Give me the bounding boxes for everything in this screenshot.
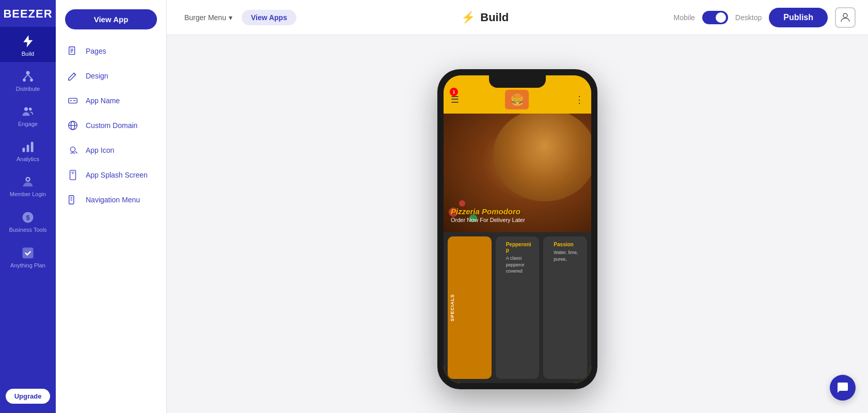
burger-menu-button[interactable]: Burger Menu ▾ bbox=[179, 10, 238, 25]
topbar-lightning-icon: ⚡ bbox=[461, 11, 475, 24]
view-apps-button[interactable]: View Apps bbox=[242, 10, 296, 25]
app-name-icon bbox=[67, 95, 78, 106]
topbar-left: Burger Menu ▾ View Apps bbox=[179, 10, 296, 25]
topbar-desktop-label: Desktop bbox=[735, 13, 762, 22]
app-card-specials: specials bbox=[448, 236, 492, 379]
sidebar-item-anything-plan[interactable]: Anything Plan bbox=[0, 239, 56, 274]
svg-rect-27 bbox=[70, 170, 76, 180]
phone-screen: 1 ☰ 🍔 ⋮ Pizzeria Pomodoro bbox=[444, 75, 591, 383]
svg-line-3 bbox=[24, 75, 28, 79]
sidebar-item-distribute-label: Distribute bbox=[16, 86, 40, 92]
burger-menu-label: Burger Menu bbox=[184, 13, 226, 22]
splash-icon bbox=[67, 169, 78, 181]
passion-name: Passion bbox=[547, 242, 583, 247]
panel-item-app-icon-label: App Icon bbox=[86, 146, 114, 154]
panel-item-custom-domain-label: Custom Domain bbox=[86, 121, 137, 130]
design-icon bbox=[67, 70, 78, 82]
svg-point-34 bbox=[843, 13, 847, 18]
sidebar-item-distribute[interactable]: Distribute bbox=[0, 62, 56, 97]
view-app-button[interactable]: View App bbox=[65, 9, 157, 29]
upgrade-button[interactable]: Upgrade bbox=[6, 389, 50, 404]
topbar-right: Mobile Desktop Publish bbox=[674, 7, 856, 28]
topbar-mobile-label: Mobile bbox=[674, 13, 695, 22]
pages-icon bbox=[67, 45, 78, 57]
svg-rect-30 bbox=[69, 196, 74, 204]
engage-icon bbox=[21, 104, 35, 119]
toggle-knob bbox=[716, 12, 726, 23]
app-hero: Pizzeria Pomodoro Order Now For Delivery… bbox=[444, 114, 591, 232]
pizza-visual bbox=[493, 114, 591, 201]
nav-menu-icon bbox=[67, 194, 78, 205]
sidebar-item-member-login[interactable]: Member Login bbox=[0, 167, 56, 203]
logo: BEEZER bbox=[0, 0, 56, 27]
pepperoni-desc: A classi pepperor covered bbox=[500, 255, 535, 275]
svg-point-26 bbox=[70, 147, 75, 152]
panel-item-custom-domain[interactable]: Custom Domain bbox=[56, 113, 166, 138]
svg-rect-8 bbox=[27, 145, 29, 152]
chevron-down-icon: ▾ bbox=[229, 13, 232, 22]
svg-point-11 bbox=[27, 178, 29, 181]
sidebar-item-build[interactable]: Build bbox=[0, 27, 56, 62]
svg-rect-7 bbox=[23, 148, 25, 152]
sidebar-item-analytics[interactable]: Analytics bbox=[0, 132, 56, 167]
pepperoni-name: Pepperoni p bbox=[500, 242, 535, 253]
user-icon bbox=[839, 11, 851, 24]
sidebar-item-engage[interactable]: Engage bbox=[0, 97, 56, 132]
passion-desc: Water, lime, puree, bbox=[547, 249, 583, 262]
lightning-icon bbox=[21, 34, 35, 49]
sidebar-item-member-login-label: Member Login bbox=[10, 191, 46, 198]
panel-item-app-name-label: App Name bbox=[86, 97, 120, 105]
mobile-desktop-toggle[interactable] bbox=[702, 11, 728, 24]
svg-point-5 bbox=[24, 107, 28, 111]
hero-text: Pizzeria Pomodoro Order Now For Delivery… bbox=[451, 207, 525, 223]
phone-notch bbox=[489, 75, 546, 88]
topbar-build-label: Build bbox=[480, 11, 509, 24]
panel-item-app-splash-screen-label: App Splash Screen bbox=[86, 170, 148, 180]
topbar: Burger Menu ▾ View Apps ⚡ Build Mobile D… bbox=[167, 0, 868, 35]
business-icon: $ bbox=[21, 210, 35, 225]
svg-point-0 bbox=[26, 71, 30, 75]
panel-item-navigation-menu[interactable]: Navigation Menu bbox=[56, 187, 166, 212]
sidebar-item-analytics-label: Analytics bbox=[17, 156, 39, 162]
svg-text:$: $ bbox=[26, 214, 29, 221]
analytics-icon bbox=[21, 139, 35, 154]
avatar[interactable] bbox=[835, 7, 856, 28]
custom-domain-icon bbox=[67, 120, 78, 131]
sidebar-item-build-label: Build bbox=[22, 51, 34, 57]
panel: View App Pages Design App Name Custom Do… bbox=[56, 0, 167, 413]
panel-item-app-name[interactable]: App Name bbox=[56, 88, 166, 113]
app-icon-icon bbox=[67, 145, 78, 156]
sidebar-item-business-tools[interactable]: $ Business Tools bbox=[0, 203, 56, 239]
panel-item-design[interactable]: Design bbox=[56, 63, 166, 88]
panel-item-pages[interactable]: Pages bbox=[56, 39, 166, 63]
svg-point-1 bbox=[23, 78, 26, 82]
hero-subtitle: Order Now For Delivery Later bbox=[451, 217, 525, 223]
panel-item-app-splash-screen[interactable]: App Splash Screen bbox=[56, 163, 166, 187]
more-options-icon: ⋮ bbox=[575, 94, 584, 105]
member-icon bbox=[21, 174, 35, 189]
publish-button[interactable]: Publish bbox=[769, 8, 828, 27]
content-area: 1 ☰ 🍔 ⋮ Pizzeria Pomodoro bbox=[167, 35, 868, 413]
specials-label: specials bbox=[450, 294, 455, 321]
svg-line-4 bbox=[28, 75, 31, 79]
logo-text: BEEZER bbox=[3, 7, 52, 21]
notification-badge: 1 bbox=[450, 88, 458, 96]
sidebar: BEEZER Build Distribute Engage bbox=[0, 0, 56, 413]
sidebar-item-engage-label: Engage bbox=[18, 121, 38, 127]
main: Burger Menu ▾ View Apps ⚡ Build Mobile D… bbox=[167, 0, 868, 413]
panel-item-design-label: Design bbox=[86, 72, 108, 80]
hero-title: Pizzeria Pomodoro bbox=[451, 207, 525, 216]
app-logo: 🍔 bbox=[505, 90, 529, 109]
sidebar-item-business-tools-label: Business Tools bbox=[9, 227, 46, 233]
svg-rect-14 bbox=[23, 248, 34, 259]
chat-button[interactable] bbox=[830, 375, 856, 401]
svg-rect-20 bbox=[69, 98, 77, 103]
panel-item-pages-label: Pages bbox=[86, 47, 106, 55]
panel-item-app-icon[interactable]: App Icon bbox=[56, 138, 166, 163]
phone-mockup: 1 ☰ 🍔 ⋮ Pizzeria Pomodoro bbox=[437, 69, 597, 389]
panel-nav: Pages Design App Name Custom Domain App … bbox=[56, 39, 166, 413]
svg-point-6 bbox=[29, 107, 32, 110]
sidebar-item-anything-plan-label: Anything Plan bbox=[10, 262, 45, 269]
svg-point-2 bbox=[30, 78, 33, 82]
app-card-passion: Passion Water, lime, puree, bbox=[543, 236, 587, 379]
